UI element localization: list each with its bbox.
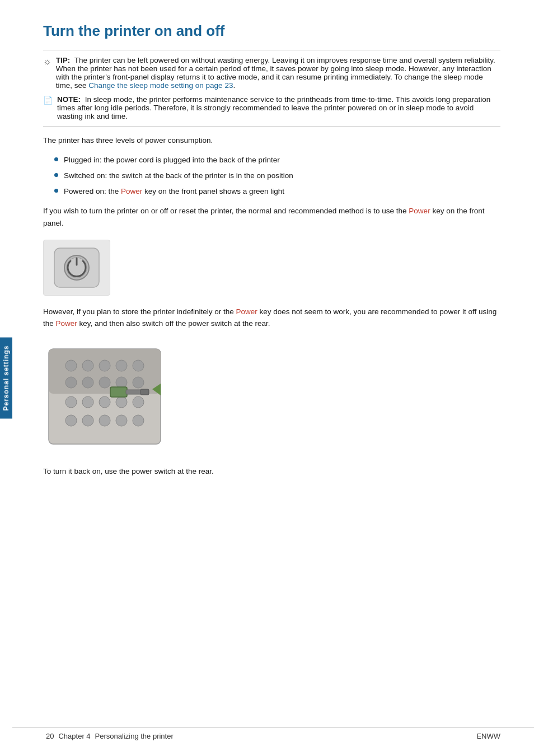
svg-point-22 (82, 415, 93, 426)
para2: If you wish to turn the printer on or of… (43, 205, 500, 229)
svg-point-17 (82, 396, 93, 408)
footer-right: ENWW (476, 732, 500, 740)
note-label: NOTE: (57, 95, 81, 104)
svg-point-23 (99, 415, 110, 426)
footer-left: 20 Chapter 4 Personalizing the printer (46, 732, 174, 740)
para1: The printer has three levels of power co… (43, 134, 500, 147)
para3-end: key, and then also switch off the power … (77, 319, 270, 328)
svg-point-9 (116, 360, 127, 371)
rear-switch-image (43, 338, 166, 455)
note-text: In sleep mode, the printer performs main… (57, 95, 490, 120)
svg-rect-28 (140, 389, 149, 395)
sleep-mode-link[interactable]: Change the sleep mode setting on page 23 (88, 81, 233, 90)
para3-start: However, if you plan to store the printe… (43, 307, 236, 316)
svg-rect-26 (110, 387, 127, 397)
bullet-list: Plugged in: the power cord is plugged in… (54, 155, 500, 198)
page-title: Turn the printer on and off (43, 22, 500, 40)
svg-point-7 (82, 360, 93, 371)
para4: To turn it back on, use the power switch… (43, 465, 500, 478)
footer-chapter-text: Personalizing the printer (95, 732, 174, 740)
svg-point-18 (99, 396, 110, 408)
power-word-2: Power (409, 207, 430, 215)
svg-point-19 (116, 396, 127, 408)
svg-point-6 (65, 360, 77, 371)
footer-chapter: Chapter 4 (58, 732, 90, 740)
bullet-dot (54, 173, 58, 177)
info-block: ☼ TIP: The printer can be left powered o… (43, 50, 500, 127)
svg-point-15 (133, 377, 144, 388)
svg-point-8 (99, 360, 110, 371)
bullet-dot (54, 157, 58, 161)
list-item: Switched on: the switch at the back of t… (54, 170, 500, 181)
tip-content: TIP: The printer can be left powered on … (56, 56, 500, 90)
para2-start: If you wish to turn the printer on or of… (43, 207, 409, 215)
svg-point-12 (82, 377, 93, 388)
tip-label: TIP: (56, 56, 71, 64)
bullet-text-3: Powered on: the Power key on the front p… (64, 186, 284, 197)
note-content: NOTE: In sleep mode, the printer perform… (57, 95, 500, 120)
note-icon: 📄 (43, 96, 53, 105)
note-block: 📄 NOTE: In sleep mode, the printer perfo… (43, 95, 500, 120)
svg-point-14 (116, 377, 127, 388)
main-content: Turn the printer on and off ☼ TIP: The p… (12, 0, 534, 756)
svg-point-24 (116, 415, 127, 426)
bullet-text-2: Switched on: the switch at the back of t… (64, 170, 293, 181)
power-word: Power (121, 187, 142, 195)
sidebar-tab[interactable]: Personal settings (0, 337, 12, 418)
tip-link-end: . (233, 81, 235, 90)
power-word-3: Power (236, 307, 257, 316)
tip-icon: ☼ (43, 57, 51, 67)
power-button-image (43, 240, 110, 296)
svg-point-13 (99, 377, 110, 388)
page-footer: 20 Chapter 4 Personalizing the printer E… (12, 727, 534, 740)
footer-page-number: 20 (46, 732, 54, 740)
svg-rect-27 (126, 390, 142, 394)
bullet-text-1: Plugged in: the power cord is plugged in… (64, 155, 280, 166)
svg-point-11 (65, 377, 77, 388)
svg-point-16 (65, 396, 77, 408)
list-item: Plugged in: the power cord is plugged in… (54, 155, 500, 166)
svg-point-10 (133, 360, 144, 371)
svg-point-21 (65, 415, 77, 426)
svg-point-20 (133, 396, 144, 408)
list-item: Powered on: the Power key on the front p… (54, 186, 500, 197)
power-word-4: Power (56, 319, 77, 328)
svg-point-25 (133, 415, 144, 426)
para3: However, if you plan to store the printe… (43, 306, 500, 330)
bullet-dot (54, 189, 58, 193)
tip-block: ☼ TIP: The printer can be left powered o… (43, 56, 500, 90)
